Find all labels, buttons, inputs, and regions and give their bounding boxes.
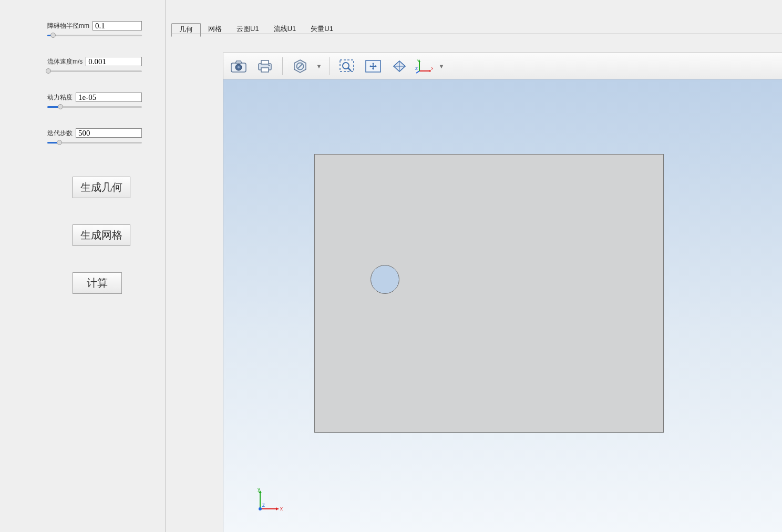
zoom-box-icon (339, 59, 355, 74)
tab-contour-u1[interactable]: 云图U1 (229, 23, 266, 37)
camera-icon (231, 60, 246, 73)
nodata-icon (293, 59, 307, 74)
zoom-box-button[interactable] (335, 56, 359, 77)
render-canvas[interactable]: x y z (223, 79, 782, 532)
svg-text:Y: Y (417, 58, 420, 63)
sidebar: 障碍物半径mm 流体速度m/s 动力粘度 (0, 0, 158, 532)
axes-button[interactable]: X Y Z (414, 56, 435, 77)
tab-vector-u1[interactable]: 矢量U1 (303, 23, 341, 37)
print-button[interactable] (253, 56, 277, 77)
obstacle-radius-input[interactable] (92, 21, 142, 30)
svg-rect-5 (261, 68, 269, 72)
generate-mesh-button[interactable]: 生成网格 (73, 224, 130, 246)
toolbar-separator (282, 57, 283, 75)
axes-icon: X Y Z (415, 58, 433, 74)
viewer-panel: ▼ X (223, 53, 782, 532)
viscosity-input[interactable] (76, 93, 142, 102)
fluid-velocity-input[interactable] (86, 57, 142, 66)
viewer-toolbar: ▼ X (223, 53, 782, 79)
tab-geometry[interactable]: 几何 (171, 23, 201, 37)
tab-streamline-u1[interactable]: 流线U1 (266, 23, 304, 37)
geometry-obstacle-circle (371, 265, 399, 294)
tabs-underline (171, 34, 782, 34)
svg-text:X: X (431, 66, 433, 71)
param-fluid-velocity: 流体速度m/s (47, 57, 142, 74)
axis-y-label: y (258, 487, 260, 492)
rotate-icon (392, 59, 407, 74)
svg-point-6 (269, 65, 270, 66)
nodata-button[interactable] (288, 56, 312, 77)
axis-z-label: z (262, 502, 265, 508)
fluid-velocity-slider[interactable] (47, 68, 142, 74)
toolbar-separator (329, 57, 330, 75)
obstacle-radius-slider[interactable] (47, 33, 142, 38)
fit-view-button[interactable] (361, 56, 385, 77)
compute-button[interactable]: 计算 (73, 272, 122, 294)
geometry-domain-rect (314, 154, 664, 433)
action-buttons: 生成几何 生成网格 计算 (47, 177, 142, 294)
axis-x-label: x (280, 506, 283, 511)
param-viscosity: 动力粘度 (47, 93, 142, 109)
iterations-slider[interactable] (47, 140, 142, 145)
param-obstacle-radius: 障碍物半径mm (47, 21, 142, 38)
view-tabs: 几何 网格 云图U1 流线U1 矢量U1 (171, 23, 341, 37)
svg-rect-10 (340, 60, 354, 71)
orientation-triad: x y z (250, 487, 286, 517)
vertical-divider (166, 0, 166, 532)
param-label: 障碍物半径mm (47, 22, 89, 30)
svg-point-2 (238, 66, 240, 68)
generate-geometry-button[interactable]: 生成几何 (73, 177, 130, 198)
svg-point-23 (259, 507, 262, 510)
svg-line-17 (416, 71, 419, 73)
axes-dropdown[interactable]: ▼ (437, 63, 446, 69)
svg-text:Z: Z (415, 66, 418, 71)
iterations-input[interactable] (76, 128, 142, 138)
viscosity-slider[interactable] (47, 104, 142, 109)
nodata-dropdown[interactable]: ▼ (314, 63, 324, 69)
rotate-button[interactable] (387, 56, 411, 77)
param-iterations: 迭代步数 (47, 128, 142, 145)
param-label: 迭代步数 (47, 129, 73, 138)
param-label: 流体速度m/s (47, 57, 83, 66)
tab-mesh[interactable]: 网格 (201, 23, 229, 37)
pan-icon (365, 59, 382, 73)
screenshot-button[interactable] (227, 56, 251, 77)
svg-rect-4 (261, 60, 269, 64)
svg-line-12 (348, 68, 351, 71)
print-icon (257, 59, 273, 73)
param-label: 动力粘度 (47, 93, 73, 102)
